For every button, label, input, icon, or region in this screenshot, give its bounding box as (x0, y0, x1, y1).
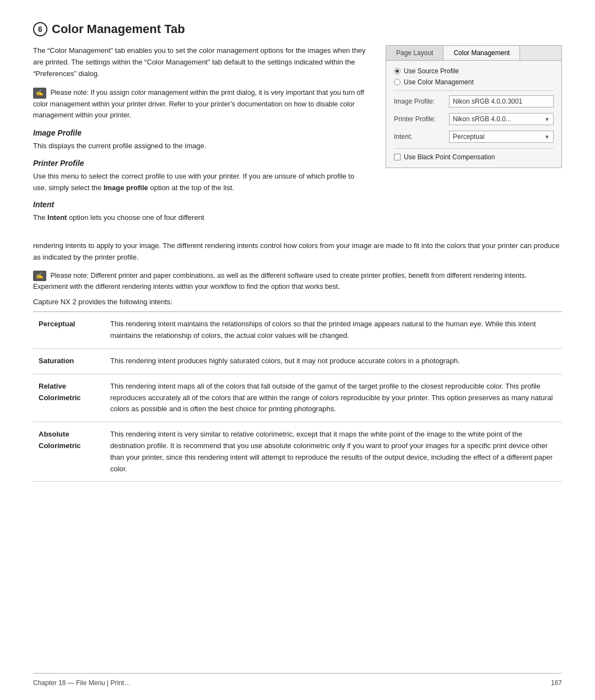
image-profile-field: Image Profile: Nikon sRGB 4.0.0.3001 (394, 95, 554, 107)
intent-arrow-icon: ▼ (544, 134, 550, 140)
note1-block: ✍ Please note: If you assign color manag… (33, 87, 369, 121)
printer-profile-arrow-icon: ▼ (544, 116, 550, 122)
note1-text: Please note: If you assign color managem… (33, 89, 364, 119)
table-row: PerceptualThis rendering intent maintain… (33, 312, 562, 349)
intent-body-full: rendering intents to apply to your image… (33, 240, 562, 263)
intent-name-cell: AbsoluteColorimetric (33, 422, 105, 482)
intent-label: Intent: (394, 133, 449, 141)
intent-name-cell: Saturation (33, 348, 105, 374)
intent-dropdown[interactable]: Perceptual ▼ (449, 131, 554, 143)
table-row: RelativeColorimetricThis rendering inten… (33, 374, 562, 422)
intro-text: The “Color Management” tab enables you t… (33, 45, 369, 79)
image-profile-body: This displays the current profile assign… (33, 141, 369, 152)
page-footer: Chapter 18 — File Menu | Print… 167 (33, 673, 562, 687)
intent-field[interactable]: Intent: Perceptual ▼ (394, 131, 554, 143)
intent-body1: The Intent option lets you choose one of… (33, 212, 369, 224)
tab-color-management[interactable]: Color Management (443, 46, 520, 60)
intent-heading: Intent (33, 200, 369, 209)
footer-page-number: 167 (551, 679, 562, 687)
intent-desc-cell: This rendering intent is very similar to… (105, 422, 562, 482)
note2-text: Please note: Different printer and paper… (33, 272, 527, 291)
intent-value: Perceptual (453, 133, 484, 141)
intent-section-intro: Intent The Intent option lets you choose… (33, 200, 369, 224)
radio-source-label: Use Source Profile (404, 67, 459, 75)
printer-profile-field[interactable]: Printer Profile: Nikon sRGB 4.0.0... ▼ (394, 113, 554, 125)
panel-body: Use Source Profile Use Color Management … (386, 61, 561, 168)
left-column: The “Color Management” tab enables you t… (33, 45, 369, 230)
black-point-checkbox-row[interactable]: Use Black Point Compensation (394, 153, 554, 161)
radio-use-source-profile[interactable]: Use Source Profile (394, 67, 554, 75)
intents-table: PerceptualThis rendering intent maintain… (33, 311, 562, 482)
note1-icon: ✍ (33, 88, 46, 99)
full-section: rendering intents to apply to your image… (33, 240, 562, 482)
title-text: Color Management Tab (52, 22, 185, 36)
panel-tabs: Page Layout Color Management (386, 46, 561, 61)
panel-separator-2 (394, 148, 554, 149)
image-profile-section: Image Profile This displays the current … (33, 128, 369, 152)
intent-desc-cell: This rendering intent maintains the rela… (105, 312, 562, 349)
radio-source-circle (394, 68, 401, 74)
intent-name-cell: RelativeColorimetric (33, 374, 105, 422)
black-point-checkbox[interactable] (394, 154, 401, 160)
radio-use-color-management[interactable]: Use Color Management (394, 78, 554, 86)
table-row: SaturationThis rendering intent produces… (33, 348, 562, 374)
page-title: 6 Color Management Tab (33, 22, 562, 36)
printer-profile-heading: Printer Profile (33, 159, 369, 168)
tab-page-layout[interactable]: Page Layout (386, 46, 443, 60)
following-text: Capture NX 2 provides the following inte… (33, 298, 562, 306)
table-row: AbsoluteColorimetricThis rendering inten… (33, 422, 562, 482)
radio-color-label: Use Color Management (404, 78, 474, 86)
note2-icon: ✍ (33, 271, 46, 282)
panel-separator-1 (394, 90, 554, 91)
radio-color-circle (394, 79, 401, 85)
section-number: 6 (33, 22, 47, 36)
image-profile-heading: Image Profile (33, 128, 369, 137)
intent-desc-cell: This rendering intent maps all of the co… (105, 374, 562, 422)
printer-profile-label: Printer Profile: (394, 115, 449, 123)
image-profile-label: Image Profile: (394, 98, 449, 105)
printer-profile-section: Printer Profile Use this menu to select … (33, 159, 369, 194)
printer-profile-dropdown[interactable]: Nikon sRGB 4.0.0... ▼ (449, 113, 554, 125)
note2-block: ✍ Please note: Different printer and pap… (33, 270, 562, 293)
intent-name-cell: Perceptual (33, 312, 105, 349)
intent-desc-cell: This rendering intent produces highly sa… (105, 348, 562, 374)
right-column: Page Layout Color Management Use Source … (386, 45, 562, 230)
image-profile-value: Nikon sRGB 4.0.0.3001 (449, 95, 554, 107)
printer-profile-value: Nikon sRGB 4.0.0... (453, 115, 511, 123)
color-management-panel: Page Layout Color Management Use Source … (386, 45, 562, 168)
footer-chapter: Chapter 18 — File Menu | Print… (33, 679, 131, 687)
black-point-label: Use Black Point Compensation (404, 153, 495, 161)
printer-profile-body: Use this menu to select the correct prof… (33, 171, 369, 194)
